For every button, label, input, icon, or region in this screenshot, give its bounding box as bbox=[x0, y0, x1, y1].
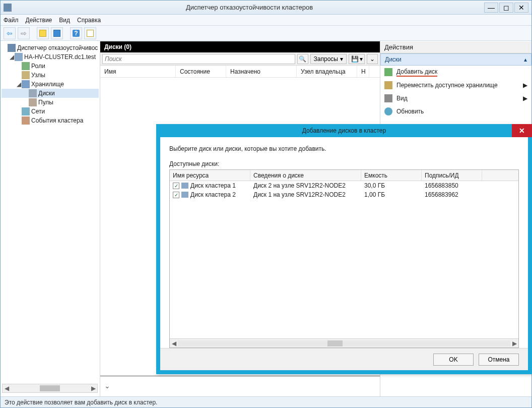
nav-back-button[interactable] bbox=[4, 27, 16, 39]
disk-list-hscroll[interactable]: ◀ ▶ bbox=[170, 338, 518, 347]
available-disks-list: Имя ресурса Сведения о диске Емкость Под… bbox=[169, 169, 519, 348]
col-state[interactable]: Состояние bbox=[176, 66, 226, 77]
ok-button[interactable]: OK bbox=[433, 354, 474, 366]
action-add-disk-label: Добавить диск bbox=[396, 68, 437, 77]
nav-forward-button[interactable] bbox=[18, 27, 30, 39]
status-bar: Это действие позволяет вам добавить диск… bbox=[1, 396, 531, 407]
save-icon: 💾 bbox=[351, 55, 359, 63]
center-header: Диски (0) bbox=[100, 41, 380, 52]
help-icon bbox=[73, 30, 80, 37]
tree-storage-label: Хранилище bbox=[31, 81, 64, 88]
view-icon bbox=[384, 94, 392, 102]
disk-checkbox[interactable]: ✓ bbox=[173, 183, 179, 189]
disk-rows: ✓Диск кластера 1 Диск 2 на узле SRV12R2-… bbox=[170, 181, 518, 338]
tree-roles[interactable]: Роли bbox=[2, 62, 99, 71]
toolbar bbox=[1, 26, 531, 41]
tree-root-label: Диспетчер отказоустойчивос bbox=[17, 44, 98, 51]
tree-networks[interactable]: Сети bbox=[2, 107, 99, 116]
submenu-arrow-icon: ▶ bbox=[523, 95, 527, 102]
detail-expander[interactable]: ⌄ bbox=[104, 382, 116, 392]
save-dropdown[interactable]: 💾▾ bbox=[349, 54, 365, 64]
cancel-button[interactable]: Отмена bbox=[479, 354, 519, 366]
tree-cluster[interactable]: ◢HA-HV-CLUSTER.dc1.test bbox=[2, 52, 99, 62]
events-icon bbox=[22, 116, 30, 125]
toolbar-btn-4[interactable] bbox=[84, 27, 96, 39]
tree-hscroll[interactable]: ◀▶ bbox=[2, 384, 98, 393]
col-disk-info[interactable]: Сведения о диске bbox=[250, 170, 361, 181]
col-owner[interactable]: Узел владельца bbox=[297, 66, 357, 77]
action-refresh[interactable]: Обновить bbox=[380, 105, 531, 118]
toolbar-btn-2[interactable] bbox=[51, 27, 63, 39]
tree-root[interactable]: Диспетчер отказоустойчивос bbox=[2, 43, 99, 52]
actions-group-header[interactable]: Диски ▴ bbox=[380, 53, 531, 66]
dialog-button-bar: OK Отмена bbox=[160, 348, 528, 370]
col-assigned[interactable]: Назначено bbox=[226, 66, 297, 77]
col-n[interactable]: Н bbox=[357, 66, 369, 77]
tree-cluster-label: HA-HV-CLUSTER.dc1.test bbox=[24, 53, 96, 61]
search-icon: 🔍 bbox=[299, 55, 306, 63]
menubar: Файл Действие Вид Справка bbox=[1, 15, 531, 26]
tree-storage[interactable]: ◢Хранилище bbox=[2, 80, 99, 89]
close-button[interactable]: ✕ bbox=[514, 3, 528, 13]
scroll-thumb[interactable] bbox=[327, 340, 343, 346]
toolbar-btn-1[interactable] bbox=[37, 27, 49, 39]
disk-capacity: 1,00 ГБ bbox=[364, 191, 385, 198]
disk-name: Диск кластера 2 bbox=[190, 191, 236, 198]
scroll-right-icon[interactable]: ▶ bbox=[510, 340, 518, 347]
tree-nodes[interactable]: Узлы bbox=[2, 71, 99, 80]
disk-info: Диск 1 на узле SRV12R2-NODE2 bbox=[253, 191, 346, 198]
chevron-down-icon: ⌄ bbox=[370, 55, 375, 63]
action-view[interactable]: Вид ▶ bbox=[380, 92, 531, 105]
toolbar-help-button[interactable] bbox=[70, 27, 82, 39]
action-move-storage[interactable]: Переместить доступное хранилище ▶ bbox=[380, 79, 531, 92]
disk-row[interactable]: ✓Диск кластера 2 Диск 1 на узле SRV12R2-… bbox=[170, 190, 518, 199]
tree-events-label: События кластера bbox=[31, 117, 83, 124]
titlebar: Диспетчер отказоустойчивости кластеров —… bbox=[1, 1, 531, 15]
disk-checkbox[interactable]: ✓ bbox=[173, 192, 179, 198]
queries-dropdown[interactable]: Запросы▾ bbox=[310, 54, 347, 64]
chevron-down-icon: ▾ bbox=[360, 55, 363, 63]
add-disk-icon bbox=[384, 68, 392, 76]
app-icon bbox=[4, 4, 12, 12]
col-signature[interactable]: Подпись/ИД bbox=[422, 170, 482, 181]
networks-icon bbox=[22, 107, 30, 115]
disk-row[interactable]: ✓Диск кластера 1 Диск 2 на узле SRV12R2-… bbox=[170, 181, 518, 190]
status-text: Это действие позволяет вам добавить диск… bbox=[5, 399, 157, 406]
refresh-icon bbox=[384, 107, 392, 115]
col-name[interactable]: Имя bbox=[100, 66, 176, 77]
window-title: Диспетчер отказоустойчивости кластеров bbox=[15, 4, 484, 11]
queries-label: Запросы bbox=[314, 55, 338, 63]
menu-file[interactable]: Файл bbox=[4, 17, 19, 24]
menu-action[interactable]: Действие bbox=[26, 17, 52, 24]
menu-help[interactable]: Справка bbox=[77, 17, 101, 24]
col-resource-name[interactable]: Имя ресурса bbox=[170, 170, 250, 181]
search-input[interactable] bbox=[102, 54, 295, 64]
move-storage-icon bbox=[384, 81, 392, 89]
dialog-close-button[interactable]: ✕ bbox=[512, 124, 532, 137]
chevron-down-icon: ▾ bbox=[340, 55, 343, 63]
col-capacity[interactable]: Емкость bbox=[361, 170, 422, 181]
disk-icon bbox=[181, 183, 188, 189]
action-add-disk[interactable]: Добавить диск bbox=[380, 66, 531, 79]
storage-icon bbox=[22, 80, 30, 88]
search-button[interactable]: 🔍 bbox=[297, 54, 308, 64]
disk-capacity: 30,0 ГБ bbox=[364, 182, 385, 189]
maximize-button[interactable]: ◻ bbox=[499, 3, 513, 13]
disks-icon bbox=[29, 89, 37, 97]
column-headers: Имя Состояние Назначено Узел владельца Н bbox=[100, 66, 380, 78]
tree-events[interactable]: События кластера bbox=[2, 116, 99, 125]
dialog-titlebar: Добавление дисков в кластер ✕ bbox=[156, 124, 532, 137]
disk-info: Диск 2 на узле SRV12R2-NODE2 bbox=[253, 182, 346, 189]
tree-disks[interactable]: Диски bbox=[2, 89, 99, 98]
minimize-button[interactable]: — bbox=[484, 3, 498, 13]
menu-view[interactable]: Вид bbox=[59, 17, 70, 24]
scroll-left-icon[interactable]: ◀ bbox=[170, 340, 178, 347]
cluster-icon bbox=[15, 53, 23, 61]
actions-group-label: Диски bbox=[385, 56, 402, 63]
disk-signature: 1656883962 bbox=[425, 191, 458, 198]
search-bar: 🔍 Запросы▾ 💾▾ ⌄ bbox=[100, 52, 380, 66]
disk-signature: 1656883850 bbox=[425, 182, 458, 189]
tree-pools[interactable]: Пулы bbox=[2, 98, 99, 107]
disk-icon bbox=[181, 192, 188, 198]
options-dropdown[interactable]: ⌄ bbox=[367, 54, 378, 64]
